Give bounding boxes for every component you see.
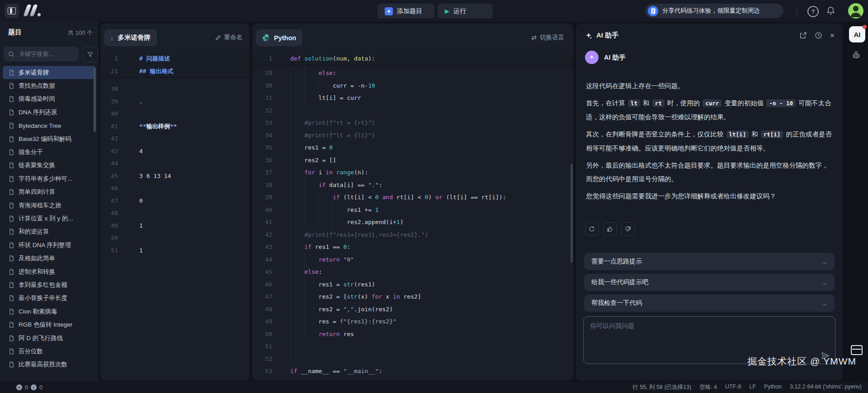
- document-icon: [9, 242, 14, 248]
- code-line: 34 #print(f"lt = {lt}"): [252, 129, 573, 142]
- run-button[interactable]: ▶ 运行: [438, 4, 493, 19]
- regenerate-button[interactable]: [585, 222, 599, 236]
- status-item[interactable]: UTF-8: [725, 384, 741, 391]
- document-icon: [9, 96, 14, 102]
- status-item[interactable]: 行 55, 列 58 (已选择13): [632, 384, 691, 391]
- suggestion-button[interactable]: 给我一些代码提示吧 →: [584, 274, 835, 291]
- add-question-button[interactable]: + 添加题目: [377, 4, 434, 19]
- problem-list-item[interactable]: DNA 序列还原: [3, 106, 96, 119]
- play-icon: ▶: [445, 8, 449, 14]
- problem-list-item[interactable]: 计算位置 x 到 y 的...: [3, 212, 96, 225]
- problem-list-item[interactable]: 简单四则计算: [3, 186, 96, 199]
- code-content[interactable]: 29 else:30 curr = -n-1031 lt[i] = curr32…: [252, 67, 573, 376]
- problem-list-item[interactable]: Cion 勒索病毒: [3, 305, 96, 318]
- sparkle-icon: [585, 32, 592, 39]
- ai-extension-badge[interactable]: AI: [849, 26, 865, 42]
- problem-list-item[interactable]: 病毒感染时间: [3, 93, 96, 106]
- sidebar-scrollbar[interactable]: [94, 68, 96, 132]
- language-tab[interactable]: Python: [256, 29, 302, 46]
- code-line: 40: [100, 108, 250, 120]
- problem-title: 字符串有多少种可...: [19, 175, 72, 183]
- add-question-label: 添加题目: [397, 7, 422, 15]
- code-line: 1def solution(num, data):: [252, 52, 573, 65]
- problem-list-item[interactable]: 查找热点数据: [3, 79, 96, 92]
- problem-list-item[interactable]: 多米诺骨牌: [3, 66, 96, 79]
- code-line: 470: [100, 195, 250, 207]
- code-line: 491: [100, 220, 250, 232]
- history-icon[interactable]: [815, 32, 822, 39]
- problem-list-item[interactable]: 最小替换子串长度: [3, 292, 96, 305]
- code-line: 51: [252, 340, 573, 353]
- filter-button[interactable]: [82, 47, 98, 62]
- sidebar-toggle-button[interactable]: [5, 4, 19, 18]
- notifications-bell-icon[interactable]: [826, 6, 835, 16]
- gift-doc-icon: [648, 6, 658, 16]
- status-item[interactable]: LF: [749, 384, 756, 391]
- plus-icon: +: [385, 7, 393, 15]
- code-line: 41**输出样例**: [100, 120, 250, 133]
- code-line: 36 res2 = []: [252, 154, 573, 167]
- code-scrollbar[interactable]: [571, 164, 573, 263]
- status-item[interactable]: Python: [764, 384, 782, 391]
- thumbs-down-icon: [625, 226, 631, 232]
- code-line: 39 if (lt[i] < 0 and rt[i] < 0) or (lt[i…: [252, 191, 573, 204]
- status-item[interactable]: 3.12.2 64-bit ('shims': pyenv): [790, 384, 862, 391]
- problem-list-item[interactable]: 猫鱼分干: [3, 145, 96, 159]
- code-line: 37 for i in range(n):: [252, 166, 573, 179]
- markdown-tab[interactable]: ↓ 多米诺骨牌: [104, 29, 157, 46]
- problem-title: 青海湖租车之旅: [19, 201, 61, 210]
- help-icon[interactable]: ?: [807, 6, 819, 17]
- problem-list-item[interactable]: 进制求和转换: [3, 265, 96, 278]
- document-icon: [9, 176, 14, 182]
- markdown-content[interactable]: 3839.4041**输出样例**4243444453 6 13 1446470…: [100, 83, 250, 257]
- ai-message-paragraph: 另外，最后的输出格式也不太符合题目要求。题目要求输出的是用空格分隔的数字，而您的…: [586, 159, 834, 186]
- inline-code: lt[i]: [726, 131, 749, 138]
- switch-language-button[interactable]: ⇄ 切换语言: [531, 33, 564, 42]
- code-line: 44: [100, 157, 250, 170]
- export-chat-icon[interactable]: [799, 32, 807, 39]
- thumbs-up-button[interactable]: [603, 222, 617, 236]
- problem-list-item[interactable]: 阿 D 的飞行路线: [3, 332, 96, 345]
- panel-layout-icon[interactable]: [851, 345, 863, 355]
- suggestion-button[interactable]: 需要一点思路提示 →: [584, 253, 835, 270]
- problem-list-item[interactable]: Bytedance Tree: [3, 119, 96, 132]
- problem-list-item[interactable]: 字符串有多少种可...: [3, 172, 96, 185]
- indent-guide: [304, 178, 305, 228]
- arrow-right-icon: →: [821, 279, 827, 286]
- search-box[interactable]: [4, 47, 79, 61]
- code-line: 35 res1 = 0: [252, 141, 573, 154]
- code-line: 53if __name__ == "__main__":: [252, 365, 573, 376]
- problem-title: 拿到最多红包金额: [19, 281, 67, 289]
- thumbs-down-button[interactable]: [621, 222, 635, 236]
- code-line: 39.: [100, 95, 250, 108]
- problem-list-item[interactable]: 拿到最多红包金额: [3, 278, 96, 291]
- problem-list-item[interactable]: 百分位数: [3, 345, 96, 358]
- user-avatar[interactable]: [848, 3, 863, 19]
- watermark: 掘金技术社区 @ YMWM: [747, 355, 856, 368]
- problem-list-item[interactable]: 环状 DNA 序列整理: [3, 239, 96, 252]
- search-input[interactable]: [18, 50, 70, 58]
- close-icon[interactable]: ×: [830, 32, 835, 39]
- problem-list-item[interactable]: 链表聚集交换: [3, 159, 96, 172]
- problem-list-item[interactable]: 和的逆运算: [3, 225, 96, 239]
- suggestion-button[interactable]: 帮我检查一下代码 →: [584, 295, 835, 312]
- thumbs-up-icon: [607, 226, 613, 232]
- status-item[interactable]: 空格: 4: [699, 384, 717, 391]
- rename-button[interactable]: 重命名: [215, 33, 243, 42]
- problem-list-item[interactable]: 青海湖租车之旅: [3, 199, 96, 212]
- ai-badge-label: AI: [854, 31, 861, 38]
- problem-list-item[interactable]: 比赛最高获胜次数: [3, 358, 96, 371]
- warning-count: 0: [39, 384, 42, 391]
- status-items: 行 55, 列 58 (已选择13) 空格: 4 UTF-8 LF Python…: [632, 384, 868, 391]
- promo-banner[interactable]: 分享代码练习体验，领限量定制周边: [645, 4, 783, 18]
- problems-status[interactable]: × 0 ! 0: [0, 384, 42, 391]
- code-line: 42: [100, 132, 250, 145]
- problem-list-item[interactable]: Base32 编码和解码: [3, 132, 96, 145]
- problem-list-item[interactable]: RGB 色值转 Integer: [3, 318, 96, 331]
- problem-list-item[interactable]: 及格如此简单: [3, 252, 96, 265]
- bug-report-icon[interactable]: [852, 51, 861, 60]
- document-icon: [9, 122, 14, 129]
- ai-question-input[interactable]: [589, 321, 821, 355]
- document-icon: [9, 269, 14, 275]
- problem-title: Bytedance Tree: [19, 122, 61, 129]
